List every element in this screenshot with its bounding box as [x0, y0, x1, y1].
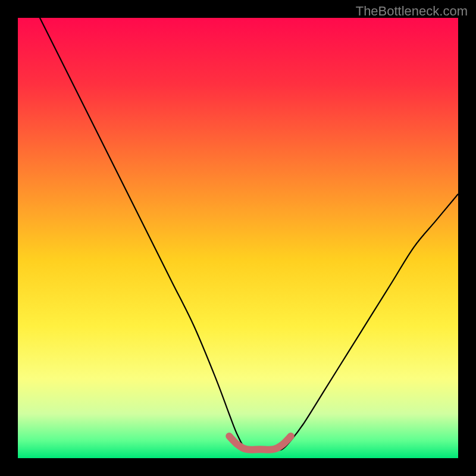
- watermark-text: TheBottleneck.com: [356, 4, 468, 19]
- bottleneck-curve: [18, 18, 458, 450]
- curve-layer: [18, 18, 458, 458]
- plot-area: [18, 18, 458, 458]
